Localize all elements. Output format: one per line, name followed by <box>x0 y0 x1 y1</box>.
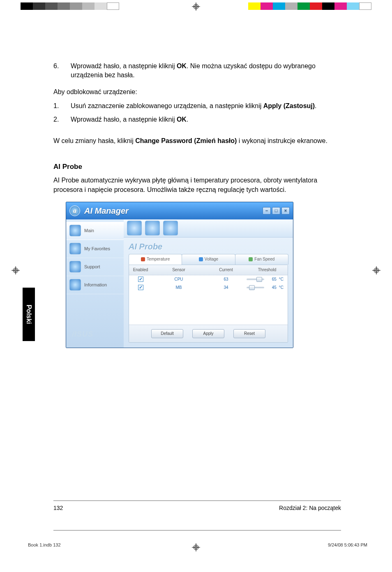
list-item: 2. Wprowadź hasło, a następnie kliknij O… <box>53 115 341 124</box>
page-body: 6. Wprowadź hasło, a następnie kliknij O… <box>53 62 341 348</box>
sidebar-icon <box>69 279 81 291</box>
maximize-button[interactable]: □ <box>272 207 280 214</box>
page-number: 132 <box>53 505 63 511</box>
slug-line: Book 1.indb 132 <box>28 542 61 547</box>
tab-label: Voltage <box>205 256 218 262</box>
toolbar-icon[interactable] <box>163 221 178 235</box>
sensor-name: CPU <box>152 277 205 282</box>
sidebar-icon <box>69 261 81 272</box>
tab[interactable]: Temperature <box>129 254 182 265</box>
section-heading: AI Probe <box>53 162 341 172</box>
sidebar: MainMy FavoritesSupportInformation /ISUS <box>66 219 124 348</box>
app-logo-icon: a <box>69 205 80 216</box>
language-tab: Polski <box>23 288 35 341</box>
registration-mark-icon <box>12 266 20 274</box>
sidebar-item[interactable]: Support <box>66 258 124 276</box>
toolbar <box>124 219 293 238</box>
sidebar-label: Information <box>84 282 107 288</box>
col-enabled: Enabled <box>129 265 152 275</box>
sidebar-item[interactable]: Main <box>66 222 124 240</box>
item-text: Wprowadź hasło, a następnie kliknij OK. <box>71 115 341 124</box>
threshold-slider[interactable]: 45°C <box>247 285 288 291</box>
list-item: 6. Wprowadź hasło, a następnie kliknij O… <box>53 62 341 80</box>
sensor-name: MB <box>152 285 205 291</box>
chapter-label: Rozdział 2: Na początek <box>279 505 341 511</box>
toolbar-icon[interactable] <box>145 221 160 235</box>
sidebar-icon <box>69 225 81 236</box>
col-current: Current <box>205 265 247 275</box>
panel-title: AI Probe <box>124 238 293 254</box>
brand-logo: /ISUS <box>72 329 93 339</box>
app-window: a AI Manager – □ × MainMy FavoritesSuppo… <box>66 202 293 348</box>
sidebar-label: My Favorites <box>84 246 110 252</box>
tab[interactable]: Fan Speed <box>235 254 288 265</box>
sidebar-item[interactable]: Information <box>66 276 124 294</box>
enable-checkbox[interactable]: ✓ <box>138 277 143 282</box>
tab-icon <box>141 257 145 261</box>
table-row: ✓MB3445°C <box>129 284 288 292</box>
registration-mark-icon <box>192 543 200 551</box>
sidebar-item[interactable]: My Favorites <box>66 240 124 258</box>
main-panel: AI Probe TemperatureVoltageFan Speed Ena… <box>124 219 293 348</box>
reset-button[interactable]: Reset <box>233 329 265 338</box>
unit-label: °C <box>279 285 284 291</box>
footer-rule <box>53 501 341 501</box>
paragraph: Aby odblokować urządzenie: <box>53 88 341 97</box>
panel-buttons: Default Apply Reset <box>129 325 288 342</box>
sidebar-icon <box>69 243 81 254</box>
unit-label: °C <box>279 277 284 282</box>
table-header: Enabled Sensor Current Threshold <box>129 265 288 275</box>
item-text: Usuń zaznaczenie zablokowanego urządzeni… <box>71 101 341 111</box>
minimize-button[interactable]: – <box>263 207 271 214</box>
slider-thumb[interactable] <box>256 277 262 282</box>
sidebar-label: Main <box>84 228 94 234</box>
col-threshold: Threshold <box>247 265 288 275</box>
tab-label: Fan Speed <box>254 256 274 262</box>
data-panel: Enabled Sensor Current Threshold ✓CPU636… <box>129 265 288 343</box>
window-titlebar: a AI Manager – □ × <box>66 202 293 219</box>
crop-rule <box>53 530 341 530</box>
item-text: Wprowadź hasło, a następnie kliknij OK. … <box>71 62 341 80</box>
window-title: AI Manager <box>84 205 129 217</box>
threshold-value: 45 <box>267 285 277 291</box>
sidebar-label: Support <box>84 264 100 270</box>
timestamp: 9/24/08 5:06:43 PM <box>328 542 367 547</box>
current-value: 34 <box>205 285 247 291</box>
registration-mark-icon <box>192 2 200 11</box>
toolbar-icon[interactable] <box>127 221 142 235</box>
registration-mark-icon <box>372 266 380 274</box>
paragraph: AI Probe automatycznie wykrywa płytę głó… <box>53 176 341 194</box>
table-row: ✓CPU6365°C <box>129 275 288 284</box>
current-value: 63 <box>205 277 247 282</box>
tab-icon <box>249 257 253 261</box>
enable-checkbox[interactable]: ✓ <box>138 285 143 290</box>
tab-icon <box>199 257 203 261</box>
paragraph: W celu zmiany hasła, kliknij Change Pass… <box>53 136 341 145</box>
default-button[interactable]: Default <box>151 329 183 338</box>
tab[interactable]: Voltage <box>182 254 235 265</box>
item-number: 1. <box>53 101 71 111</box>
item-number: 2. <box>53 115 71 124</box>
close-button[interactable]: × <box>281 207 290 214</box>
tab-label: Temperature <box>147 256 170 262</box>
item-number: 6. <box>53 62 71 80</box>
threshold-slider[interactable]: 65°C <box>247 277 288 282</box>
threshold-value: 65 <box>267 277 277 282</box>
col-sensor: Sensor <box>152 265 205 275</box>
list-item: 1. Usuń zaznaczenie zablokowanego urządz… <box>53 101 341 111</box>
slider-thumb[interactable] <box>249 285 255 290</box>
apply-button[interactable]: Apply <box>192 329 224 338</box>
